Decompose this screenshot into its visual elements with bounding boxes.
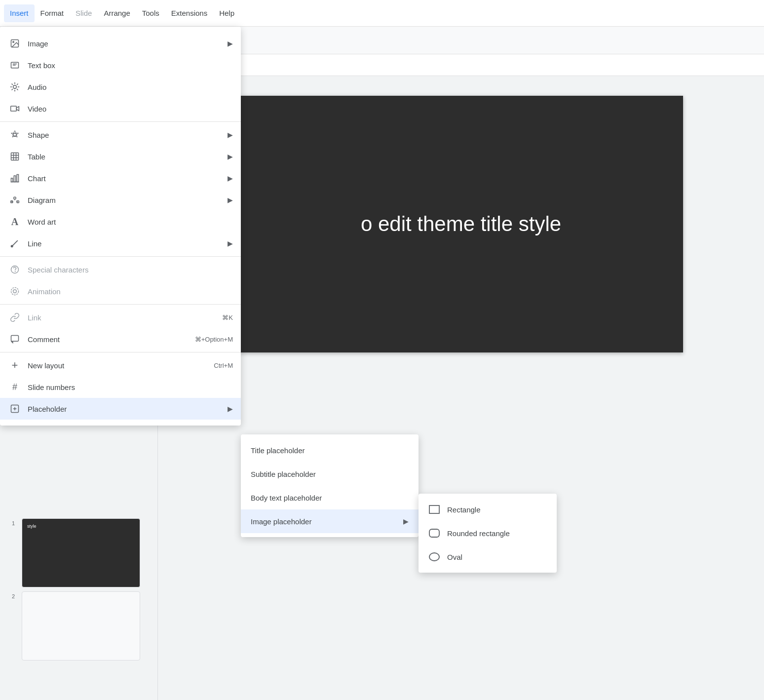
svg-rect-17 <box>14 176 15 182</box>
svg-rect-9 <box>11 106 17 111</box>
submenu-image-placeholder[interactable]: Image placeholder ▶ <box>241 509 419 533</box>
menu-label-new-layout: New layout <box>28 361 214 370</box>
table-icon <box>8 150 22 163</box>
menu-label-placeholder: Placeholder <box>28 405 228 413</box>
image-placeholder-label: Image placeholder <box>251 517 311 526</box>
menu-item-slide-numbers[interactable]: # Slide numbers <box>0 376 241 398</box>
submenu-body-placeholder[interactable]: Body text placeholder <box>241 486 419 509</box>
menu-format[interactable]: Format <box>35 4 70 22</box>
placeholder-submenu: Title placeholder Subtitle placeholder B… <box>241 434 419 537</box>
menu-item-placeholder[interactable]: Placeholder ▶ <box>0 398 241 420</box>
canvas-slide: o edit theme title style <box>239 96 683 352</box>
svg-rect-11 <box>11 153 19 160</box>
menu-label-chart: Chart <box>28 174 228 183</box>
menu-item-video[interactable]: Video <box>0 98 241 119</box>
menu-section-1: Image ▶ Text box Audio <box>0 31 241 122</box>
main-canvas: o edit theme title style <box>158 76 764 700</box>
shape-row-rectangle[interactable]: Rectangle <box>419 498 557 521</box>
svg-rect-18 <box>17 175 18 182</box>
image-arrow: ▶ <box>228 39 233 47</box>
menu-item-line[interactable]: Line ▶ <box>0 233 241 254</box>
menu-label-table: Table <box>28 153 228 161</box>
menu-item-textbox[interactable]: Text box <box>0 54 241 76</box>
rounded-rectangle-icon <box>428 527 440 539</box>
menu-item-new-layout[interactable]: + New layout Ctrl+M <box>0 354 241 376</box>
menu-label-slide-numbers: Slide numbers <box>28 383 233 391</box>
menu-slide[interactable]: Slide <box>70 4 98 22</box>
shape-row-oval[interactable]: Oval <box>419 545 557 569</box>
placeholder-icon <box>8 402 22 416</box>
menu-label-special-chars: Special characters <box>28 266 233 274</box>
image-placeholder-arrow: ▶ <box>403 517 409 525</box>
menu-insert[interactable]: Insert <box>4 4 35 22</box>
table-arrow: ▶ <box>228 153 233 160</box>
menu-label-comment: Comment <box>28 335 195 344</box>
menu-label-diagram: Diagram <box>28 196 228 204</box>
rectangle-label: Rectangle <box>447 506 481 514</box>
menu-item-image[interactable]: Image ▶ <box>0 33 241 54</box>
rectangle-icon <box>428 504 440 515</box>
svg-rect-28 <box>11 336 19 342</box>
special-chars-icon <box>8 263 22 276</box>
line-icon <box>8 236 22 250</box>
svg-rect-33 <box>429 529 439 537</box>
menu-item-audio[interactable]: Audio <box>0 76 241 98</box>
menu-help[interactable]: Help <box>213 4 240 22</box>
menu-section-2: Shape ▶ Table ▶ <box>0 122 241 257</box>
menu-arrange[interactable]: Arrange <box>98 4 136 22</box>
svg-rect-21 <box>14 197 16 199</box>
svg-point-8 <box>13 85 17 89</box>
canvas-title-text: o edit theme title style <box>361 212 561 236</box>
shape-icon <box>8 128 22 142</box>
svg-point-4 <box>13 41 14 43</box>
svg-rect-32 <box>429 506 439 513</box>
insert-menu: Image ▶ Text box Audio <box>0 27 241 426</box>
oval-label: Oval <box>447 553 462 561</box>
shape-arrow: ▶ <box>228 131 233 139</box>
menu-item-chart[interactable]: Chart ▶ <box>0 167 241 189</box>
menu-section-4: Link ⌘K Comment ⌘+Option+M <box>0 305 241 352</box>
image-icon <box>8 37 22 50</box>
diagram-icon <box>8 193 22 207</box>
submenu-subtitle-placeholder[interactable]: Subtitle placeholder <box>241 462 419 486</box>
submenu-title-placeholder[interactable]: Title placeholder <box>241 438 419 462</box>
image-placeholder-submenu: Rectangle Rounded rectangle Oval <box>419 494 557 573</box>
wordart-icon: A <box>8 215 22 229</box>
animation-icon <box>8 284 22 298</box>
thumbnail-1[interactable]: style <box>22 518 140 587</box>
menu-label-wordart: Word art <box>28 218 233 226</box>
menu-section-3: Special characters Animation <box>0 257 241 305</box>
menu-item-wordart[interactable]: A Word art <box>0 211 241 233</box>
menu-tools[interactable]: Tools <box>136 4 165 22</box>
menu-item-shape[interactable]: Shape ▶ <box>0 124 241 146</box>
menu-item-animation[interactable]: Animation <box>0 280 241 302</box>
menu-item-special-chars[interactable]: Special characters <box>0 259 241 280</box>
oval-icon <box>428 551 440 563</box>
link-icon <box>8 311 22 324</box>
menu-item-link[interactable]: Link ⌘K <box>0 307 241 328</box>
new-layout-icon: + <box>8 358 22 372</box>
menu-extensions[interactable]: Extensions <box>165 4 213 22</box>
menu-label-image: Image <box>28 39 228 48</box>
slide-numbers-icon: # <box>8 380 22 394</box>
menu-label-textbox: Text box <box>28 61 233 70</box>
shape-row-rounded-rectangle[interactable]: Rounded rectangle <box>419 521 557 545</box>
menu-label-shape: Shape <box>28 131 228 139</box>
svg-rect-16 <box>11 178 13 182</box>
menu-label-line: Line <box>28 239 228 248</box>
menu-item-diagram[interactable]: Diagram ▶ <box>0 189 241 211</box>
menu-label-link: Link <box>28 313 222 322</box>
thumbnail-list: 1 style 2 <box>10 518 140 661</box>
audio-icon <box>8 80 22 94</box>
menu-bar: Insert Format Slide Arrange Tools Extens… <box>0 0 764 27</box>
menu-item-comment[interactable]: Comment ⌘+Option+M <box>0 328 241 350</box>
line-arrow: ▶ <box>228 239 233 247</box>
thumbnail-2[interactable] <box>22 591 140 661</box>
title-placeholder-label: Title placeholder <box>251 446 305 455</box>
menu-section-5: + New layout Ctrl+M # Slide numbers Plac… <box>0 352 241 422</box>
chart-arrow: ▶ <box>228 174 233 182</box>
svg-point-23 <box>11 245 13 247</box>
menu-label-audio: Audio <box>28 83 233 91</box>
menu-item-table[interactable]: Table ▶ <box>0 146 241 167</box>
menu-label-animation: Animation <box>28 287 233 296</box>
